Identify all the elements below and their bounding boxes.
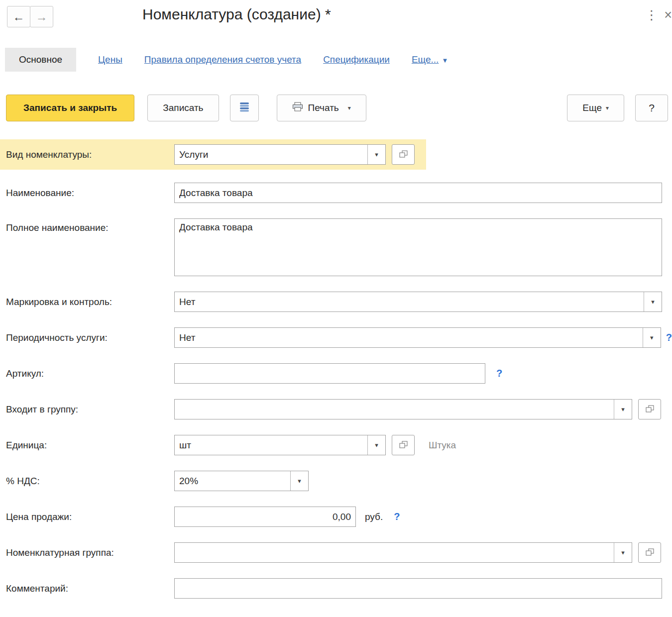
parent-group-label: Входит в группу: [6,404,174,415]
chevron-down-icon: ▼ [442,57,448,64]
article-input[interactable] [174,363,485,384]
tab-account-rules[interactable]: Правила определения счетов учета [144,54,301,65]
field-row-item-kind: Вид номенклатуры: ▾ [0,139,426,170]
field-row-service-periodicity: Периодичность услуги: ▾ ? [0,327,672,348]
chevron-down-icon[interactable]: ▾ [644,292,662,311]
unit-full-name: Штука [429,440,456,451]
parent-group-combo: ▾ [174,399,632,419]
service-periodicity-input[interactable] [175,328,643,347]
item-group-combo: ▾ [174,542,632,563]
page-title: Номенклатура (создание) * [142,6,331,23]
marking-control-input[interactable] [175,292,644,311]
item-group-label: Номенклатурная группа: [6,547,174,558]
open-button[interactable] [392,435,415,455]
vat-rate-combo: ▾ [174,471,309,491]
chevron-down-icon: ▾ [606,104,609,111]
field-row-vat-rate: % НДС: ▾ [0,471,672,491]
chevron-down-icon[interactable]: ▾ [614,543,632,562]
tab-more-label: Еще... [412,54,439,65]
parent-group-input[interactable] [175,400,614,419]
chevron-down-icon[interactable]: ▾ [367,145,385,164]
back-arrow-icon: ← [13,10,25,24]
report-structure-button[interactable] [230,95,259,121]
save-button[interactable]: Записать [147,95,219,121]
field-row-comment: Комментарий: [0,578,672,599]
forward-arrow-icon: → [36,10,48,24]
open-icon [399,150,408,159]
name-label: Наименование: [6,188,174,199]
vat-rate-label: % НДС: [6,476,174,487]
open-button[interactable] [638,542,661,563]
help-icon[interactable]: ? [666,332,672,343]
window-header: ← → Номенклатура (создание) * ⋮ × [0,0,672,33]
stack-icon [239,102,250,114]
field-row-marking-control: Маркировка и контроль: ▾ [0,292,672,312]
help-button[interactable]: ? [635,95,668,121]
chevron-down-icon[interactable]: ▾ [614,400,632,419]
marking-control-combo: ▾ [174,292,662,312]
open-button[interactable] [638,399,661,419]
sale-price-input[interactable] [174,507,356,527]
tab-more[interactable]: Еще...▼ [412,54,448,65]
open-icon [646,548,654,557]
tab-bar: Основное Цены Правила определения счетов… [0,48,672,72]
sale-price-label: Цена продажи: [6,512,174,522]
comment-input[interactable] [174,578,662,599]
field-row-name: Наименование: [0,183,672,203]
chevron-down-icon: ▾ [348,104,351,111]
printer-icon [292,102,303,114]
item-group-input[interactable] [175,543,614,562]
field-row-unit: Единица: ▾ Штука [0,435,672,455]
field-row-parent-group: Входит в группу: ▾ [0,399,672,419]
toolbar: Записать и закрыть Записать Печать ▾ Еще… [0,95,672,121]
chevron-down-icon[interactable]: ▾ [290,471,308,491]
full-name-textarea[interactable]: Доставка товара [174,218,662,276]
item-kind-label: Вид номенклатуры: [6,149,174,160]
field-row-sale-price: Цена продажи: руб. ? [0,507,672,527]
more-menu-icon[interactable]: ⋮ [645,6,658,24]
chevron-down-icon[interactable]: ▾ [367,435,385,455]
save-and-close-button[interactable]: Записать и закрыть [6,95,134,121]
field-row-article: Артикул: ? [0,363,672,384]
nav-history-buttons: ← → [7,6,53,27]
item-form: Вид номенклатуры: ▾ Наименование: Полное… [0,139,672,599]
unit-combo: ▾ [174,435,386,455]
field-row-full-name: Полное наименование: Доставка товара [0,218,672,276]
item-kind-combo: ▾ [174,144,386,165]
unit-input[interactable] [175,435,367,455]
field-row-item-group: Номенклатурная группа: ▾ [0,542,672,563]
help-icon[interactable]: ? [394,511,400,522]
item-kind-input[interactable] [175,145,367,164]
more-label: Еще [582,103,602,113]
forward-button[interactable]: → [30,6,53,27]
more-button[interactable]: Еще ▾ [567,95,624,121]
chevron-down-icon[interactable]: ▾ [643,328,661,347]
article-label: Артикул: [6,368,174,379]
tab-specifications[interactable]: Спецификации [323,54,390,65]
tab-main[interactable]: Основное [5,48,76,72]
vat-rate-input[interactable] [175,471,290,491]
close-icon[interactable]: × [664,6,672,24]
service-periodicity-label: Периодичность услуги: [6,332,174,343]
currency-suffix: руб. [365,512,383,522]
back-button[interactable]: ← [7,6,30,27]
tab-prices[interactable]: Цены [98,54,122,65]
comment-label: Комментарий: [6,583,174,594]
open-button[interactable] [392,144,415,165]
marking-control-label: Маркировка и контроль: [6,297,174,308]
print-label: Печать [308,103,339,113]
help-icon[interactable]: ? [496,368,502,379]
open-icon [399,441,408,450]
name-input[interactable] [174,183,662,203]
unit-label: Единица: [6,440,174,451]
open-icon [646,405,654,414]
print-button[interactable]: Печать ▾ [277,95,366,121]
full-name-label: Полное наименование: [6,218,174,233]
service-periodicity-combo: ▾ [174,327,661,348]
